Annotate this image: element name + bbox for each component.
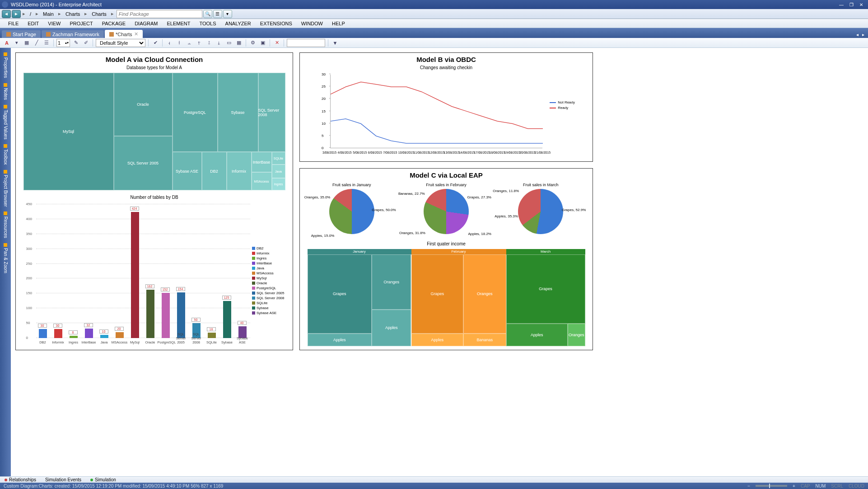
tab-start-page[interactable]: Start Page	[2, 30, 41, 38]
menu-view[interactable]: VIEW	[43, 20, 65, 27]
diagram-icon	[46, 32, 51, 37]
breadcrumb-item[interactable]: Charts	[89, 11, 109, 17]
titlebar: WSDLDemo (2014) - Enterprise Architect —…	[0, 0, 868, 9]
nav-bar: ◄ ► ▸ / ▸ Main ▸ Charts ▸ Charts ▸ 🔍 ☰ ▾	[0, 9, 868, 19]
nav-back-button[interactable]: ◄	[2, 10, 11, 18]
view-button[interactable]: ▣	[259, 39, 267, 47]
gear-button[interactable]: ⚙	[249, 39, 257, 47]
apply-style-button[interactable]: ✔	[151, 39, 159, 47]
find-package-go[interactable]: 🔍	[203, 10, 212, 18]
breadcrumb-item[interactable]: Main	[40, 11, 56, 17]
find-package-input[interactable]	[117, 10, 202, 18]
close-button[interactable]: ✕	[856, 0, 866, 9]
menu-window[interactable]: WINDOW	[297, 20, 327, 27]
space-button[interactable]: ▦	[235, 39, 243, 47]
maximize-button[interactable]: ❐	[846, 0, 856, 9]
diagram-icon	[109, 32, 114, 37]
app-icon	[2, 1, 8, 8]
delete-button[interactable]: ✕	[273, 39, 281, 47]
align-middle-button[interactable]: ⫱	[205, 39, 213, 47]
menu-element[interactable]: ELEMENT	[162, 20, 195, 27]
filter-button[interactable]: ▼	[331, 39, 339, 47]
menu-package[interactable]: PACKAGE	[98, 20, 130, 27]
pencil-button[interactable]: ✎	[72, 39, 80, 47]
align-right-button[interactable]: ⫠	[185, 39, 193, 47]
font-style-button[interactable]: A	[3, 39, 11, 47]
align-top-button[interactable]: ⫯	[195, 39, 203, 47]
style-select[interactable]: Default Style	[96, 39, 145, 47]
menu-tools[interactable]: TOOLS	[195, 20, 220, 27]
nav-extra-button[interactable]: ☰	[213, 10, 222, 18]
minimize-button[interactable]: —	[836, 0, 846, 9]
close-icon[interactable]: ✕	[134, 31, 138, 37]
menu-edit[interactable]: EDIT	[23, 20, 43, 27]
menu-diagram[interactable]: DIAGRAM	[130, 20, 162, 27]
tab--charts[interactable]: *Charts✕	[105, 30, 143, 38]
menu-file[interactable]: FILE	[4, 20, 23, 27]
titlebar-text: WSDLDemo (2014) - Enterprise Architect	[11, 2, 102, 7]
menu-help[interactable]: HELP	[327, 20, 350, 27]
menu-analyzer[interactable]: ANALYZER	[221, 20, 256, 27]
tab-scroll-left[interactable]: ◂	[854, 31, 860, 38]
align-left-button[interactable]: ⫞	[165, 39, 173, 47]
tab-zachman-framework[interactable]: Zachman Framework	[42, 30, 104, 38]
breadcrumb-root[interactable]: /	[27, 11, 34, 17]
breadcrumb-sep: ▸	[22, 11, 26, 17]
menu-extensions[interactable]: EXTENSIONS	[256, 20, 297, 27]
toolbar-search-input[interactable]	[287, 39, 325, 47]
font-dropdown[interactable]: ▾	[13, 39, 21, 47]
menubar: FILEEDITVIEWPROJECTPACKAGEDIAGRAMELEMENT…	[0, 19, 868, 28]
align-center-button[interactable]: ⫲	[175, 39, 183, 47]
line-width-spinner[interactable]: 1▴▾	[56, 39, 70, 47]
breadcrumb-item[interactable]: Charts	[63, 11, 83, 17]
nav-forward-button[interactable]: ►	[12, 10, 21, 18]
align-bottom-button[interactable]: ⫰	[215, 39, 223, 47]
nav-dropdown-button[interactable]: ▾	[223, 10, 232, 18]
tab-scroll-right[interactable]: ▸	[860, 31, 866, 38]
document-tabbar: Start PageZachman Framework*Charts✕ ◂ ▸	[0, 28, 868, 38]
same-size-button[interactable]: ▭	[225, 39, 233, 47]
menu-project[interactable]: PROJECT	[65, 20, 97, 27]
highlighter-button[interactable]: ✐	[82, 39, 90, 47]
toolbar: A ▾ ▦ ╱ ☰ 1▴▾ ✎ ✐ Default Style ✔ ⫞ ⫲ ⫠ …	[0, 38, 868, 48]
line-color-button[interactable]: ╱	[33, 39, 41, 47]
fill-color-button[interactable]: ▦	[23, 39, 31, 47]
diagram-icon	[6, 32, 11, 37]
properties-button[interactable]: ☰	[42, 39, 51, 47]
